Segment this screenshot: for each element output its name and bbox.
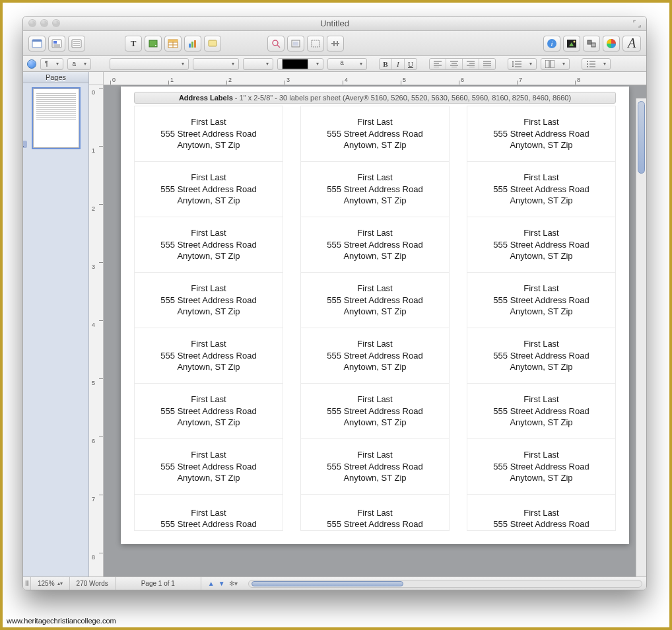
vertical-ruler[interactable]: 012345678	[89, 85, 104, 577]
address-label-cell[interactable]: First Last555 Street Address RoadAnytown…	[467, 272, 616, 328]
address-label-cell[interactable]: First Last555 Street Address RoadAnytown…	[467, 161, 616, 217]
label-name: First Last	[357, 338, 392, 350]
address-label-cell[interactable]: First Last555 Street Address RoadAnytown…	[134, 383, 283, 439]
alpha-icon[interactable]	[307, 36, 324, 52]
zoom-menu[interactable]: 125%▴▾	[31, 577, 70, 590]
bold-button[interactable]: B	[380, 59, 391, 69]
address-label-cell[interactable]: First Last555 Street Address Road	[134, 494, 283, 531]
view-icon[interactable]	[28, 36, 46, 52]
vertical-scrollbar-thumb[interactable]	[638, 101, 645, 174]
list-menu[interactable]: ▾	[582, 58, 611, 70]
address-label-cell[interactable]: First Last555 Street Address RoadAnytown…	[467, 217, 616, 273]
table-icon[interactable]	[164, 36, 182, 52]
address-label-cell[interactable]: First Last555 Street Address Road	[300, 494, 450, 531]
close-button[interactable]	[28, 19, 36, 27]
prev-page-button[interactable]: ▲	[208, 580, 215, 587]
word-count[interactable]: 270 Words	[70, 577, 116, 590]
address-label-cell[interactable]: First Last555 Street Address RoadAnytown…	[134, 438, 283, 495]
font-style-menu[interactable]: ▾	[193, 58, 239, 70]
sections-icon[interactable]	[68, 36, 85, 52]
address-label-cell[interactable]: First Last555 Street Address RoadAnytown…	[134, 217, 283, 273]
adjust-icon[interactable]	[327, 36, 344, 52]
char-style-menu[interactable]: a▾	[67, 58, 91, 70]
horizontal-scrollbar-thumb[interactable]	[252, 581, 403, 586]
ruler-h-label: 8	[577, 77, 580, 83]
next-page-button[interactable]: ▼	[218, 580, 225, 587]
para-style-menu[interactable]: ¶▾	[40, 58, 63, 70]
address-label-cell[interactable]: First Last555 Street Address RoadAnytown…	[134, 272, 283, 328]
window-title: Untitled	[320, 18, 349, 28]
page-thumbnail[interactable]	[33, 88, 79, 148]
address-label-cell[interactable]: First Last555 Street Address RoadAnytown…	[300, 438, 450, 495]
vertical-scrollbar[interactable]	[636, 98, 646, 577]
align-left-button[interactable]	[430, 59, 446, 69]
font-size-menu[interactable]: ▾	[243, 58, 273, 70]
inspector-icon[interactable]	[267, 36, 285, 52]
ruler-h-label: 4	[345, 77, 348, 83]
address-label-cell[interactable]: First Last555 Street Address RoadAnytown…	[467, 383, 616, 439]
document-canvas[interactable]: Address Labels - 1" x 2-5/8" - 30 labels…	[104, 85, 646, 577]
label-name: First Last	[191, 394, 226, 405]
columns-menu[interactable]: ▾	[541, 58, 570, 70]
outline-icon[interactable]	[48, 36, 65, 52]
address-label-cell[interactable]: First Last555 Street Address RoadAnytown…	[300, 161, 450, 217]
address-label-cell[interactable]: First Last555 Street Address RoadAnytown…	[467, 438, 616, 495]
address-label-cell[interactable]: First Last555 Street Address RoadAnytown…	[300, 106, 450, 162]
horizontal-scrollbar[interactable]	[248, 580, 642, 588]
char-style-button[interactable]: a▾	[327, 58, 367, 70]
label-city: Anytown, ST Zip	[510, 139, 572, 151]
align-center-button[interactable]	[446, 59, 462, 69]
text-color-button[interactable]: ▾	[277, 58, 323, 70]
align-justify-button[interactable]	[479, 59, 495, 69]
ruler-h-label: 1	[170, 77, 174, 83]
chart-icon[interactable]	[184, 36, 201, 52]
label-name: First Last	[523, 227, 558, 239]
biu-group: B I U	[379, 58, 417, 70]
label-street: 555 Street Address Road	[160, 128, 256, 140]
ruler-v-label: 2	[92, 205, 95, 212]
italic-button[interactable]: I	[392, 59, 404, 69]
address-label-cell[interactable]: First Last555 Street Address RoadAnytown…	[134, 106, 283, 162]
page-indicator[interactable]: Page 1 of 1	[116, 577, 201, 590]
text-box-icon[interactable]: T	[125, 36, 142, 52]
label-name: First Last	[357, 449, 392, 461]
mask-icon[interactable]	[287, 36, 304, 52]
address-label-cell[interactable]: First Last555 Street Address RoadAnytown…	[134, 161, 283, 217]
zoom-button[interactable]	[52, 19, 60, 27]
label-city: Anytown, ST Zip	[177, 361, 240, 373]
color-picker-icon[interactable]	[603, 36, 620, 52]
label-street: 555 Street Address Road	[327, 184, 422, 195]
ruler-h-label: 3	[286, 77, 290, 83]
label-street: 555 Street Address Road	[327, 128, 422, 140]
label-street: 555 Street Address Road	[493, 239, 589, 251]
horizontal-ruler[interactable]: 012345678	[104, 72, 646, 85]
address-label-cell[interactable]: First Last555 Street Address Road	[467, 494, 616, 531]
address-label-cell[interactable]: First Last555 Street Address RoadAnytown…	[467, 106, 616, 162]
address-label-cell[interactable]: First Last555 Street Address RoadAnytown…	[300, 272, 450, 328]
colors-icon[interactable]	[583, 36, 600, 52]
address-label-cell[interactable]: First Last555 Street Address RoadAnytown…	[300, 328, 450, 384]
address-label-cell[interactable]: First Last555 Street Address RoadAnytown…	[134, 328, 283, 384]
fullscreen-icon[interactable]	[633, 20, 641, 28]
media-icon[interactable]	[563, 36, 580, 52]
label-city: Anytown, ST Zip	[510, 306, 572, 318]
address-label-cell[interactable]: First Last555 Street Address RoadAnytown…	[300, 383, 450, 439]
label-street: 555 Street Address Road	[493, 184, 589, 195]
info-icon[interactable]: i	[543, 36, 560, 52]
styles-drawer-button[interactable]	[27, 59, 36, 69]
address-label-cell[interactable]: First Last555 Street Address RoadAnytown…	[300, 217, 450, 273]
underline-button[interactable]: U	[405, 59, 417, 69]
label-street: 555 Street Address Road	[160, 350, 256, 362]
label-city: Anytown, ST Zip	[510, 472, 572, 484]
address-label-cell[interactable]: First Last555 Street Address RoadAnytown…	[467, 328, 616, 384]
spacing-menu[interactable]: ▾	[508, 58, 537, 70]
label-name: First Last	[523, 172, 558, 184]
gear-icon[interactable]: ✻▾	[229, 580, 238, 587]
label-grid: First Last555 Street Address RoadAnytown…	[121, 106, 629, 544]
comment-icon[interactable]	[204, 36, 221, 52]
align-right-button[interactable]	[463, 59, 479, 69]
font-family-menu[interactable]: ▾	[110, 58, 189, 70]
fonts-icon[interactable]: A	[622, 36, 641, 52]
shapes-icon[interactable]	[145, 36, 162, 52]
minimize-button[interactable]	[40, 19, 48, 27]
